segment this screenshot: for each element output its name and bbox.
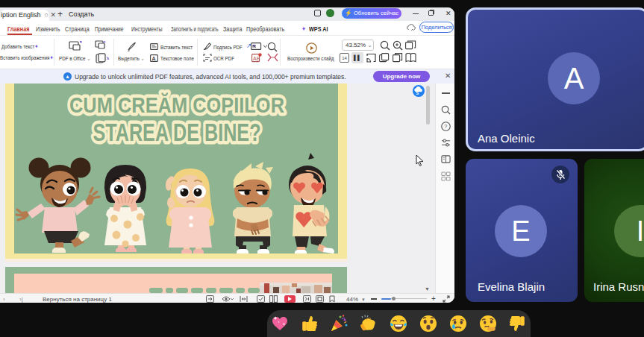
svg-text:A: A (152, 56, 156, 61)
svg-text:✦: ✦ (80, 41, 83, 44)
svg-text:?: ? (444, 123, 447, 130)
svg-text:STAREA DE BINE?: STAREA DE BINE? (93, 119, 261, 146)
svg-text:CUM CREĂM COPIILOR: CUM CREĂM COPIILOR (69, 92, 284, 117)
svg-text:S: S (416, 91, 419, 95)
svg-text:✦: ✦ (103, 40, 106, 44)
svg-text:АБ: АБ (253, 56, 260, 61)
